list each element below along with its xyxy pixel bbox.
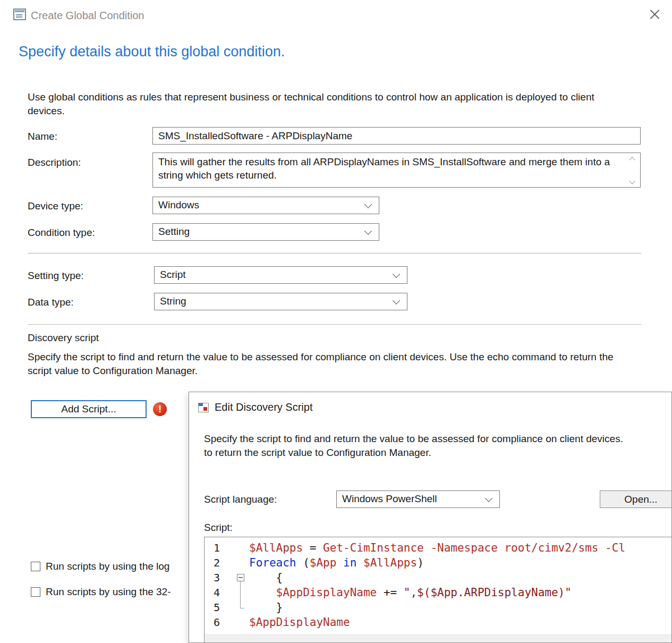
description-value: This will gather the results from all AR… xyxy=(158,156,610,181)
device-type-dropdown[interactable]: Windows xyxy=(152,197,379,214)
line-number: 3 xyxy=(205,571,235,584)
run-32bit-host-option[interactable]: Run scripts by using the 32- xyxy=(31,586,171,598)
title-bar: Create Global Condition xyxy=(0,0,672,30)
section-divider xyxy=(28,253,641,253)
line-number: 5 xyxy=(205,601,235,614)
line-number: 6 xyxy=(205,616,235,629)
window-title: Create Global Condition xyxy=(31,10,144,22)
data-type-dropdown[interactable]: String xyxy=(154,293,407,310)
code-line: 6$AppDisplayName xyxy=(205,615,672,630)
error-icon: ! xyxy=(153,402,167,416)
code-line: 4 $AppDisplayName += ",$($App.ARPDisplay… xyxy=(205,585,672,600)
name-label: Name: xyxy=(28,131,57,142)
script-dialog-icon xyxy=(198,403,209,412)
description-input[interactable]: This will gather the results from all AR… xyxy=(152,153,641,188)
scroll-down-icon[interactable] xyxy=(630,178,635,183)
code-line: 1$AllApps = Get-CimInstance -Namespace r… xyxy=(205,540,672,555)
checkbox-label: Run scripts by using the log xyxy=(46,561,169,572)
script-code-editor[interactable]: 1$AllApps = Get-CimInstance -Namespace r… xyxy=(204,537,672,643)
run-logged-on-credentials-option[interactable]: Run scripts by using the log xyxy=(31,561,169,572)
device-type-value: Windows xyxy=(158,199,199,210)
data-type-value: String xyxy=(160,295,186,307)
script-language-label: Script language: xyxy=(204,494,277,505)
condition-type-label: Condition type: xyxy=(28,227,95,239)
script-label: Script: xyxy=(204,522,233,534)
horizontal-scrollbar[interactable] xyxy=(205,634,672,643)
code-fold-gutter xyxy=(235,585,249,600)
checkbox-icon[interactable] xyxy=(31,562,40,571)
intro-text: Use global conditions as rules that repr… xyxy=(28,90,633,118)
name-input[interactable] xyxy=(152,127,641,145)
setting-type-dropdown[interactable]: Script xyxy=(154,266,407,284)
code-fold-icon[interactable] xyxy=(235,570,249,585)
code-text: { xyxy=(249,571,283,584)
window-icon xyxy=(13,9,26,20)
code-fold-gutter xyxy=(235,555,249,570)
code-fold-gutter xyxy=(235,600,249,615)
close-icon[interactable] xyxy=(647,6,662,22)
checkbox-label: Run scripts by using the 32- xyxy=(46,586,171,598)
code-text: Foreach ($App in $AllApps) xyxy=(249,556,424,569)
line-number: 2 xyxy=(205,556,235,569)
script-language-value: Windows PowerShell xyxy=(342,493,437,504)
code-text: } xyxy=(249,601,283,614)
setting-type-value: Script xyxy=(160,269,186,280)
open-button[interactable]: Open... xyxy=(600,490,672,508)
edit-dialog-title: Edit Discovery Script xyxy=(215,401,313,413)
code-line: 5 } xyxy=(205,600,672,615)
edit-dialog-description-line1: Specify the script to find and return th… xyxy=(204,432,671,446)
scroll-up-icon[interactable] xyxy=(630,157,635,162)
data-type-label: Data type: xyxy=(28,297,74,308)
script-language-dropdown[interactable]: Windows PowerShell xyxy=(336,490,500,508)
create-global-condition-window: Create Global Condition Specify details … xyxy=(0,0,672,643)
discovery-script-description: Specify the script to find and return th… xyxy=(28,350,636,378)
add-script-button[interactable]: Add Script... xyxy=(31,400,147,418)
checkbox-icon[interactable] xyxy=(31,587,40,597)
line-number: 1 xyxy=(205,542,235,554)
code-lines: 1$AllApps = Get-CimInstance -Namespace r… xyxy=(205,540,672,630)
condition-type-value: Setting xyxy=(158,226,190,237)
page-title: Specify details about this global condit… xyxy=(19,44,285,60)
line-number: 4 xyxy=(205,586,235,599)
discovery-script-label: Discovery script xyxy=(28,332,99,344)
code-fold-gutter xyxy=(235,540,249,555)
code-line: 3 { xyxy=(205,570,672,585)
code-text: $AllApps = Get-CimInstance -Namespace ro… xyxy=(249,542,625,554)
condition-type-dropdown[interactable]: Setting xyxy=(152,223,379,241)
code-text: $AppDisplayName xyxy=(249,616,350,629)
edit-dialog-description-line2: to return the script value to Configurat… xyxy=(204,446,671,460)
section-divider xyxy=(28,324,641,325)
edit-discovery-script-dialog: Edit Discovery Script Specify the script… xyxy=(189,392,672,643)
description-label: Description: xyxy=(28,157,81,168)
code-fold-gutter xyxy=(235,615,249,630)
setting-type-label: Setting type: xyxy=(28,270,84,282)
code-text: $AppDisplayName += ",$($App.ARPDisplayNa… xyxy=(249,586,572,599)
device-type-label: Device type: xyxy=(28,200,83,212)
code-line: 2Foreach ($App in $AllApps) xyxy=(205,555,672,570)
